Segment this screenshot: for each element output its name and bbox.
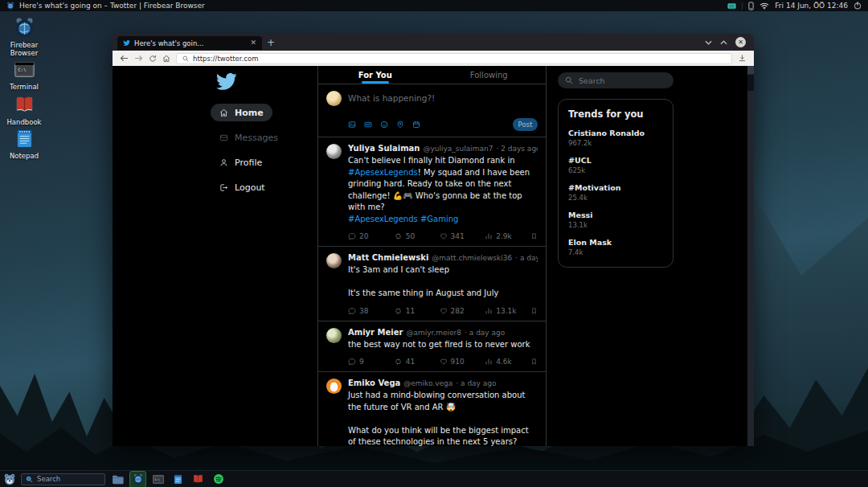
bookmark-button[interactable] xyxy=(530,358,538,366)
firebear-app-icon[interactable] xyxy=(6,2,14,10)
window-minimize-button[interactable] xyxy=(705,40,712,45)
views-button[interactable]: 13.1k xyxy=(485,307,530,315)
like-button[interactable]: 910 xyxy=(440,358,485,366)
trend-item[interactable]: #Motivation 25.4k xyxy=(568,183,663,202)
twotter-favicon xyxy=(123,39,130,47)
desktop-icon-handbook[interactable]: Handbook xyxy=(2,93,47,126)
trend-item[interactable]: #UCL 625k xyxy=(568,156,663,174)
bookmark-button[interactable] xyxy=(530,232,538,240)
tweet-handle: @yuliya_sulaiman7 xyxy=(423,145,493,153)
views-button[interactable]: 4.6k xyxy=(485,358,530,366)
search-input[interactable]: Search xyxy=(558,72,674,88)
new-tab-button[interactable]: + xyxy=(267,38,275,47)
tweet-time: · a day ago xyxy=(456,379,496,387)
trend-item[interactable]: Elon Mask 7.4k xyxy=(568,238,663,256)
forward-button[interactable] xyxy=(134,55,143,62)
feed-tabs: For You Following xyxy=(318,66,546,84)
tweet-author[interactable]: Amiyr Meier xyxy=(348,328,403,337)
like-button[interactable]: 282 xyxy=(440,307,485,315)
avatar[interactable] xyxy=(326,253,342,268)
desktop-icon-notepad[interactable]: Notepad xyxy=(2,127,47,160)
tweet-text: the best way not to get fired is to neve… xyxy=(348,339,538,351)
window-close-button[interactable]: ✕ xyxy=(735,37,746,47)
retweet-icon xyxy=(394,307,403,315)
taskbar-app-file-manager[interactable] xyxy=(110,472,125,487)
tweet-time: · 2 days ago xyxy=(496,145,538,153)
location-icon[interactable] xyxy=(396,121,404,129)
tweet[interactable]: Amiyr Meier @amiyr.meier8 · a day ago th… xyxy=(318,321,546,373)
reply-icon xyxy=(348,232,356,240)
reply-button[interactable]: 20 xyxy=(348,232,394,240)
retweet-button[interactable]: 11 xyxy=(394,307,440,315)
bookmark-button[interactable] xyxy=(530,307,538,315)
menubar-clock[interactable]: Fri 14 Jun, ÖÖ 12:46 xyxy=(775,2,848,10)
taskbar-app-terminal[interactable]: C:\ xyxy=(150,472,166,487)
trend-topic: Cristiano Ronaldo xyxy=(568,129,663,137)
tweet-author[interactable]: Yuliya Sulaiman xyxy=(348,144,420,153)
nav-label: Messages xyxy=(235,133,278,143)
trend-item[interactable]: Cristiano Ronaldo 967.2k xyxy=(568,129,663,147)
nav-item-profile[interactable]: Profile xyxy=(211,153,271,171)
trend-topic: #UCL xyxy=(568,156,663,165)
like-button[interactable]: 341 xyxy=(440,232,485,240)
composer-input[interactable]: What is happening?! xyxy=(348,91,435,103)
reply-count: 9 xyxy=(359,358,364,366)
taskbar-app-handbook[interactable] xyxy=(190,472,206,487)
reload-button[interactable] xyxy=(149,55,157,63)
views-button[interactable]: 2.9k xyxy=(485,232,530,240)
avatar[interactable] xyxy=(326,328,342,343)
tweet[interactable]: Matt Chmielewski @matt.chmielewski36 · a… xyxy=(318,247,546,321)
phone-icon[interactable] xyxy=(748,2,754,10)
tweet-author[interactable]: Emiko Vega xyxy=(348,379,400,387)
like-count: 341 xyxy=(451,232,465,240)
tab-close-icon[interactable]: ✕ xyxy=(250,39,256,47)
desktop-icon-terminal[interactable]: C:\ Terminal xyxy=(2,58,47,91)
power-icon[interactable] xyxy=(854,2,862,10)
tweet-author[interactable]: Matt Chmielewski xyxy=(348,253,428,262)
nav-item-home[interactable]: Home xyxy=(211,104,272,121)
reply-button[interactable]: 38 xyxy=(348,307,394,315)
tweet[interactable]: Emiko Vega @emiko.vega · a day ago Just … xyxy=(318,372,546,446)
taskbar-app-music-player[interactable] xyxy=(211,472,226,487)
retweet-button[interactable]: 50 xyxy=(394,232,440,240)
reply-button[interactable]: 9 xyxy=(348,358,394,366)
avatar[interactable] xyxy=(326,144,342,159)
tab-for-you[interactable]: For You xyxy=(318,66,432,84)
views-chart-icon xyxy=(485,232,493,240)
nav-item-messages[interactable]: Messages xyxy=(211,129,287,146)
scrollbar-thumb[interactable] xyxy=(747,75,754,91)
composer-avatar[interactable] xyxy=(326,91,342,106)
tab-following[interactable]: Following xyxy=(432,66,547,84)
url-bar[interactable]: https://twotter.com xyxy=(176,53,732,64)
twotter-logo[interactable] xyxy=(215,71,237,92)
red-book-icon xyxy=(2,93,47,116)
download-icon[interactable] xyxy=(738,54,747,63)
tweet-text: Can't believe I finally hit Diamond rank… xyxy=(348,155,538,225)
desktop-icon-firebear-browser[interactable]: Firebear Browser xyxy=(2,16,47,57)
taskbar-app-notepad[interactable] xyxy=(170,472,186,487)
gif-icon[interactable]: GIF xyxy=(364,121,372,129)
scrollbar-arrow[interactable] xyxy=(747,66,754,74)
menubar-separator xyxy=(742,2,743,10)
trend-item[interactable]: Messi 13.1k xyxy=(568,211,663,229)
taskbar-search-input[interactable]: Search xyxy=(21,473,105,485)
avatar[interactable] xyxy=(326,379,342,394)
tweet[interactable]: Yuliya Sulaiman @yuliya_sulaiman7 · 2 da… xyxy=(318,137,546,247)
window-maximize-button[interactable] xyxy=(720,40,727,45)
nav-item-logout[interactable]: Logout xyxy=(211,178,274,196)
post-button[interactable]: Post xyxy=(513,118,538,131)
retweet-button[interactable]: 41 xyxy=(394,358,440,366)
wifi-icon[interactable] xyxy=(760,2,769,10)
browser-tab[interactable]: Here's what's goin... ✕ xyxy=(117,36,262,50)
home-button[interactable] xyxy=(162,55,170,63)
page-scrollbar[interactable] xyxy=(747,66,754,446)
image-icon[interactable] xyxy=(348,121,356,129)
emoji-icon[interactable] xyxy=(380,121,388,129)
back-button[interactable] xyxy=(120,55,129,62)
schedule-icon[interactable] xyxy=(412,121,420,129)
start-bear-icon[interactable] xyxy=(3,473,16,485)
feed-column: For You Following What is happening?! GI… xyxy=(317,66,547,446)
keyboard-indicator-icon[interactable] xyxy=(727,2,736,10)
taskbar-app-firebear-browser[interactable] xyxy=(130,472,145,487)
retweet-count: 41 xyxy=(406,358,415,366)
